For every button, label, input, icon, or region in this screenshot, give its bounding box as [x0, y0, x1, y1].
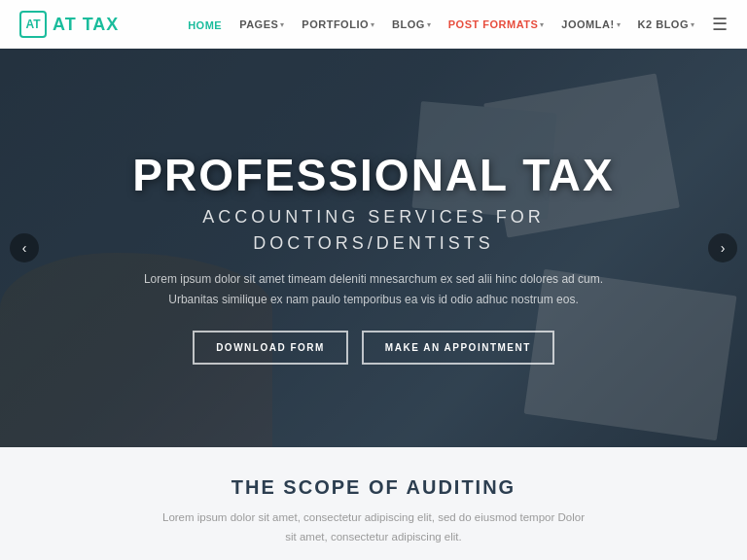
- make-appointment-button[interactable]: MAKE AN APPOINTMENT: [362, 331, 554, 365]
- nav-link-pages[interactable]: PAGES: [239, 18, 278, 30]
- hero-description: Lorem ipsum dolor sit amet timeam deleni…: [130, 269, 617, 309]
- nav-item-portfolio[interactable]: PORTFOLIO ▾: [302, 18, 374, 30]
- scope-description: Lorem ipsum dolor sit amet, consectetur …: [160, 508, 587, 546]
- nav-dropdown-blog[interactable]: BLOG ▾: [392, 18, 431, 30]
- prev-slide-button[interactable]: ‹: [10, 233, 39, 262]
- logo[interactable]: AT AT TAX: [19, 11, 119, 38]
- nav-item-pages[interactable]: PAGES ▾: [239, 18, 284, 30]
- scope-section: THE SCOPE OF AUDITING Lorem ipsum dolor …: [0, 447, 747, 560]
- nav-dropdown-pages[interactable]: PAGES ▾: [239, 18, 284, 30]
- hero-title: PROFESSIONAL TAX: [130, 151, 617, 200]
- nav-link-home[interactable]: HOME: [188, 19, 222, 31]
- hamburger-icon[interactable]: ☰: [712, 15, 728, 34]
- hero-subtitle2: DOCTORS/DENTISTS: [130, 233, 617, 254]
- navbar: AT AT TAX HOME PAGES ▾ PORTFOLIO ▾ BLOG …: [0, 0, 747, 49]
- nav-dropdown-portfolio[interactable]: PORTFOLIO ▾: [302, 18, 374, 30]
- nav-item-post-formats[interactable]: POST FORMATS ▾: [448, 18, 545, 30]
- logo-text: AT TAX: [53, 15, 119, 35]
- nav-link-post-formats[interactable]: POST FORMATS: [448, 18, 539, 30]
- hero-buttons: DOWNLOAD FORM MAKE AN APPOINTMENT: [130, 331, 617, 365]
- next-slide-button[interactable]: ›: [708, 233, 737, 262]
- nav-link-joomla[interactable]: JOOMLA!: [561, 18, 614, 30]
- nav-item-blog[interactable]: BLOG ▾: [392, 18, 431, 30]
- chevron-down-icon: ▾: [540, 20, 544, 29]
- logo-icon: AT: [19, 11, 47, 38]
- hero-subtitle1: ACCOUNTING SERVICES FOR: [130, 207, 617, 228]
- nav-dropdown-k2blog[interactable]: K2 BLOG ▾: [638, 18, 694, 30]
- scope-title: THE SCOPE OF AUDITING: [19, 476, 728, 499]
- nav-item-joomla[interactable]: JOOMLA! ▾: [561, 18, 620, 30]
- hero-section: ‹ PROFESSIONAL TAX ACCOUNTING SERVICES F…: [0, 49, 747, 447]
- hero-content: PROFESSIONAL TAX ACCOUNTING SERVICES FOR…: [91, 151, 656, 365]
- nav-link-portfolio[interactable]: PORTFOLIO: [302, 18, 369, 30]
- nav-links: HOME PAGES ▾ PORTFOLIO ▾ BLOG ▾ POST FOR…: [188, 14, 728, 35]
- nav-dropdown-post-formats[interactable]: POST FORMATS ▾: [448, 18, 545, 30]
- chevron-down-icon: ▾: [280, 20, 284, 29]
- nav-link-blog[interactable]: BLOG: [392, 18, 425, 30]
- nav-item-menu[interactable]: ☰: [712, 14, 728, 35]
- nav-item-home[interactable]: HOME: [188, 16, 222, 33]
- nav-link-k2blog[interactable]: K2 BLOG: [638, 18, 689, 30]
- nav-dropdown-joomla[interactable]: JOOMLA! ▾: [561, 18, 620, 30]
- chevron-down-icon: ▾: [427, 20, 431, 29]
- nav-item-k2blog[interactable]: K2 BLOG ▾: [638, 18, 694, 30]
- chevron-down-icon: ▾: [691, 20, 694, 29]
- download-form-button[interactable]: DOWNLOAD FORM: [193, 331, 348, 365]
- chevron-down-icon: ▾: [617, 20, 621, 29]
- chevron-down-icon: ▾: [371, 20, 374, 29]
